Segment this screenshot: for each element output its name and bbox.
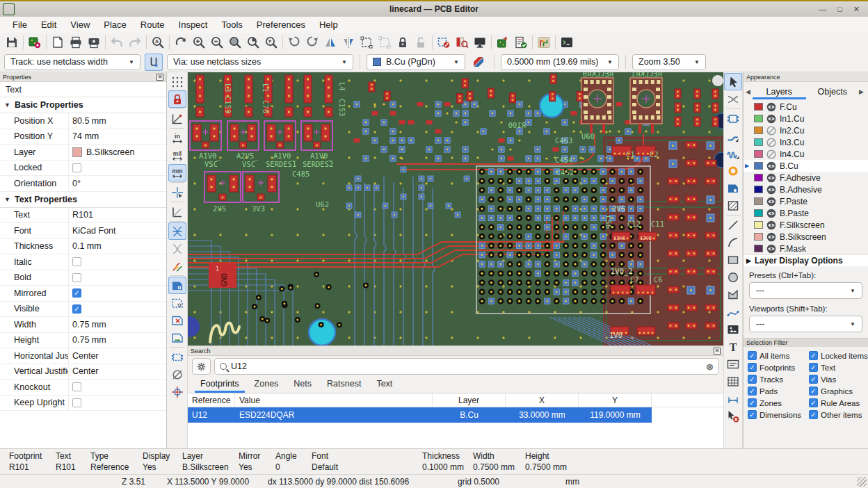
presets-dropdown[interactable]: ---▼ (749, 282, 862, 299)
text-tool-button[interactable]: T (724, 338, 742, 355)
group-button[interactable] (357, 34, 376, 51)
close-icon[interactable]: ✕ (156, 74, 163, 81)
tab-scroll-right-icon[interactable]: ▶ (859, 88, 866, 95)
italic-checkbox[interactable] (72, 257, 81, 266)
rule-area-tool-button[interactable] (724, 197, 742, 214)
all-items-checkbox[interactable]: ✓ (748, 351, 757, 360)
zone-fill-button[interactable] (168, 277, 186, 294)
search-input[interactable] (231, 361, 702, 371)
close-button[interactable]: ✕ (853, 5, 860, 14)
refresh-button[interactable] (172, 34, 190, 51)
line-tool-button[interactable] (724, 216, 742, 234)
drc-button[interactable] (512, 34, 530, 51)
route-tool-button[interactable] (724, 127, 742, 145)
page-settings-button[interactable] (49, 34, 67, 51)
mirror-button[interactable] (339, 34, 357, 51)
zoom-dropdown[interactable]: Zoom 3.50▼ (632, 54, 706, 70)
minimize-button[interactable]: — (819, 5, 826, 14)
plotter-button[interactable] (85, 34, 103, 51)
ratsnest-x-button[interactable] (724, 90, 742, 108)
layer-color-swatch[interactable] (754, 209, 763, 217)
menu-file[interactable]: File (6, 17, 34, 32)
property-value[interactable]: 0.75 mm (72, 335, 106, 345)
net-highlight-button[interactable] (168, 257, 186, 275)
layer-color-swatch[interactable] (754, 233, 763, 241)
menu-inspect[interactable]: Inspect (172, 17, 215, 32)
tab-footprints[interactable]: Footprints (195, 377, 245, 393)
edit-zones-button[interactable] (435, 34, 453, 51)
footprint-browser-button[interactable] (453, 34, 471, 51)
property-value[interactable]: 80.5 mm (72, 116, 106, 126)
zoom-objects-button[interactable] (244, 34, 262, 51)
via-sketch-button[interactable] (168, 383, 186, 400)
text-properties-header[interactable]: ▼Text Properties (0, 192, 166, 208)
layer-color-swatch[interactable] (754, 138, 763, 146)
tab-zones[interactable]: Zones (249, 377, 284, 393)
layer-display-options[interactable]: ▶Layer Display Options (744, 254, 868, 266)
layer-row-f-silkscreen[interactable]: ▶F.Silkscreen (744, 219, 868, 231)
property-value[interactable]: B.Silkscreen (86, 147, 134, 157)
column-value[interactable]: Value (235, 393, 433, 407)
eye-visible-icon[interactable] (766, 232, 776, 242)
tab-text[interactable]: Text (371, 377, 398, 393)
zone-tool-button[interactable] (724, 179, 742, 197)
ungroup-button[interactable] (376, 34, 394, 51)
tab-ratsnest[interactable]: Ratsnest (321, 377, 367, 393)
eye-visible-icon[interactable] (766, 209, 776, 218)
eye-visible-icon[interactable] (766, 173, 776, 183)
circle-tool-button[interactable] (724, 268, 742, 286)
footprints-checkbox[interactable]: ✓ (748, 363, 757, 372)
search-settings-button[interactable] (192, 358, 211, 375)
resize-grip[interactable] (857, 477, 867, 487)
column-x[interactable]: X (506, 393, 579, 407)
eye-hidden-icon[interactable] (766, 138, 776, 147)
clear-search-icon[interactable]: ⊗ (706, 361, 714, 372)
line-width-dropdown[interactable]: 0.5000 mm (19.69 mils)▼ (501, 54, 619, 70)
menu-route[interactable]: Route (134, 17, 172, 32)
flip-button[interactable] (321, 34, 339, 51)
property-value[interactable]: 0.75 mm (72, 320, 106, 330)
zoom-in-button[interactable] (190, 34, 208, 51)
rotate-ccw-button[interactable] (285, 34, 303, 51)
image-tool-button[interactable] (724, 320, 742, 338)
layer-row-f-mask[interactable]: ▶F.Mask (744, 243, 868, 254)
textbox-tool-button[interactable] (724, 355, 742, 373)
property-value[interactable]: Center (72, 366, 99, 376)
basic-properties-header[interactable]: ▼Basic Properties (0, 97, 166, 113)
pad-sketch-button[interactable] (168, 366, 186, 383)
footprint-sketch-button[interactable] (168, 348, 186, 366)
table-tool-button[interactable] (724, 373, 742, 390)
layer-row-in1-cu[interactable]: ▶In1.Cu (744, 113, 868, 124)
menu-help[interactable]: Help (312, 17, 345, 32)
select-button[interactable] (724, 73, 742, 90)
print-button[interactable] (67, 34, 85, 51)
close-icon[interactable]: ✕ (714, 348, 721, 355)
tracks-checkbox[interactable]: ✓ (748, 375, 757, 384)
viewports-dropdown[interactable]: ---▼ (749, 316, 862, 332)
layer-row-in2-cu[interactable]: ▶In2.Cu (744, 124, 868, 136)
rect-tool-button[interactable] (724, 251, 742, 268)
mirrored-checkbox[interactable]: ✓ (72, 288, 81, 298)
visible-checkbox[interactable]: ✓ (72, 304, 81, 314)
column-reference[interactable]: Reference (188, 393, 235, 407)
layer-row-b-silkscreen[interactable]: ▶B.Silkscreen (744, 231, 868, 243)
menu-place[interactable]: Place (97, 17, 134, 32)
layer-color-swatch[interactable] (754, 115, 763, 122)
layer-color-swatch[interactable] (754, 186, 763, 193)
eye-hidden-icon[interactable] (766, 149, 776, 159)
drawing-sheet-lock-button[interactable] (168, 90, 186, 108)
property-value[interactable]: 0° (72, 179, 81, 188)
footprint-tool-button[interactable] (724, 110, 742, 127)
unlock-button[interactable] (412, 34, 430, 51)
polygon-tool-button[interactable] (724, 286, 742, 303)
rotate-cw-button[interactable] (303, 34, 321, 51)
eye-visible-icon[interactable] (766, 102, 776, 112)
bold-checkbox[interactable] (72, 273, 81, 282)
vias-checkbox[interactable]: ✓ (809, 375, 818, 384)
console-button[interactable] (558, 34, 576, 51)
locked-items-checkbox[interactable]: ✓ (809, 351, 818, 360)
eye-visible-icon[interactable] (766, 244, 776, 254)
zones-checkbox[interactable]: ✓ (748, 398, 757, 407)
units-mm-button[interactable]: mm (168, 164, 186, 181)
layer-color-swatch[interactable] (754, 245, 763, 252)
